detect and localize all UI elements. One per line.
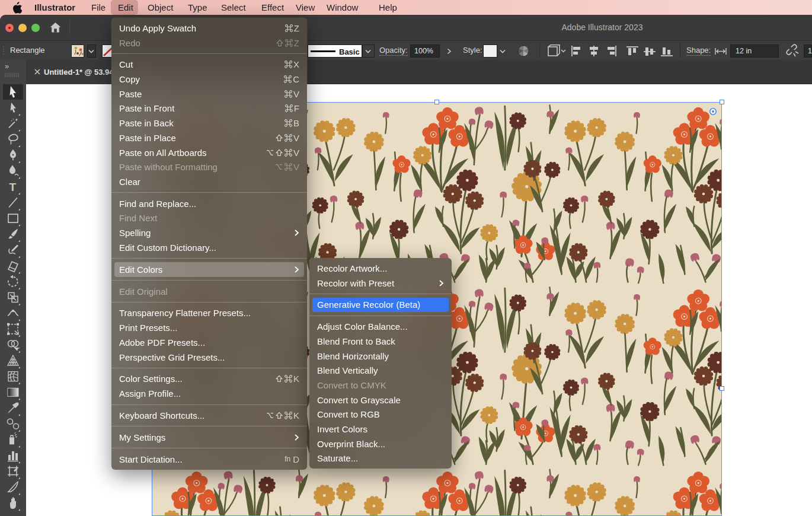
svg-text:»: » [5,62,9,71]
svg-text:T: T [9,181,17,193]
